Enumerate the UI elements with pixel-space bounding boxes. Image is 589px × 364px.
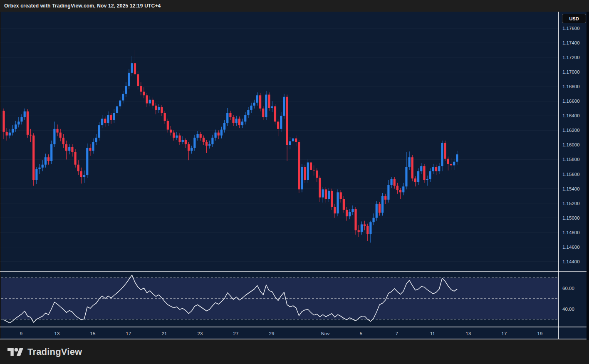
candle-down[interactable] bbox=[185, 140, 187, 144]
candle-up[interactable] bbox=[250, 106, 252, 110]
time-axis-label[interactable]: 29 bbox=[269, 331, 275, 336]
candle-up[interactable] bbox=[42, 165, 44, 168]
candle-up[interactable] bbox=[176, 136, 178, 138]
candle-down[interactable] bbox=[399, 190, 401, 192]
candle-up[interactable] bbox=[271, 106, 273, 108]
candle-down[interactable] bbox=[316, 171, 318, 178]
candle-down[interactable] bbox=[74, 152, 76, 165]
candle-down[interactable] bbox=[274, 106, 276, 122]
candle-up[interactable] bbox=[223, 123, 225, 130]
candle-down[interactable] bbox=[277, 121, 279, 129]
candle-up[interactable] bbox=[208, 144, 210, 146]
price-axis-label[interactable]: 1.14800 bbox=[562, 230, 580, 235]
candle-up[interactable] bbox=[211, 138, 213, 144]
candle-up[interactable] bbox=[158, 107, 160, 110]
candle-down[interactable] bbox=[262, 109, 264, 117]
candle-down[interactable] bbox=[173, 133, 175, 138]
candle-down[interactable] bbox=[80, 171, 82, 177]
candle-up[interactable] bbox=[426, 179, 428, 180]
candle-down[interactable] bbox=[134, 63, 136, 74]
candle-down[interactable] bbox=[229, 113, 231, 117]
candle-up[interactable] bbox=[122, 94, 124, 101]
candle-down[interactable] bbox=[146, 95, 148, 103]
price-axis-label[interactable]: 1.16800 bbox=[562, 84, 580, 89]
candle-down[interactable] bbox=[366, 226, 369, 234]
candle-up[interactable] bbox=[107, 115, 109, 123]
candle-up[interactable] bbox=[15, 124, 17, 129]
candle-down[interactable] bbox=[444, 143, 446, 159]
candle-up[interactable] bbox=[387, 185, 389, 200]
candle-down[interactable] bbox=[238, 119, 240, 125]
candle-down[interactable] bbox=[137, 74, 139, 86]
candle-up[interactable] bbox=[182, 140, 184, 142]
candle-up[interactable] bbox=[376, 204, 378, 218]
candle-down[interactable] bbox=[340, 192, 342, 199]
price-axis-label[interactable]: 1.15800 bbox=[562, 157, 580, 162]
candle-up[interactable] bbox=[456, 154, 458, 162]
candle-up[interactable] bbox=[191, 148, 193, 151]
price-axis-label[interactable]: 1.17600 bbox=[562, 26, 580, 31]
currency-chip[interactable]: USD bbox=[562, 14, 586, 23]
candle-down[interactable] bbox=[32, 136, 35, 180]
candle-up[interactable] bbox=[17, 121, 20, 124]
candle-down[interactable] bbox=[164, 113, 166, 121]
candle-up[interactable] bbox=[420, 166, 422, 171]
candle-up[interactable] bbox=[9, 133, 11, 136]
candle-down[interactable] bbox=[298, 142, 300, 189]
candle-up[interactable] bbox=[125, 86, 127, 94]
price-axis-label[interactable]: 1.14400 bbox=[562, 259, 580, 264]
candle-down[interactable] bbox=[62, 138, 64, 144]
candle-up[interactable] bbox=[265, 94, 267, 117]
time-axis-label[interactable]: 19 bbox=[537, 331, 543, 336]
candle-up[interactable] bbox=[128, 73, 130, 86]
candle-down[interactable] bbox=[346, 210, 348, 216]
candle-down[interactable] bbox=[47, 157, 49, 161]
candle-up[interactable] bbox=[83, 175, 85, 177]
time-axis-label[interactable]: Nov bbox=[321, 331, 330, 336]
candle-up[interactable] bbox=[381, 196, 384, 213]
candle-down[interactable] bbox=[232, 117, 234, 123]
price-axis-label[interactable]: 1.15200 bbox=[562, 201, 580, 206]
candle-down[interactable] bbox=[77, 165, 79, 171]
candle-down[interactable] bbox=[218, 133, 220, 136]
price-axis-label[interactable]: 1.17200 bbox=[562, 55, 580, 60]
candle-up[interactable] bbox=[432, 167, 434, 171]
candle-up[interactable] bbox=[12, 129, 14, 133]
candle-up[interactable] bbox=[241, 121, 243, 125]
candle-up[interactable] bbox=[322, 189, 324, 197]
candle-down[interactable] bbox=[295, 139, 297, 142]
price-axis-label[interactable]: 1.15400 bbox=[562, 186, 580, 191]
candle-up[interactable] bbox=[20, 117, 22, 122]
candle-down[interactable] bbox=[104, 119, 106, 123]
price-axis-label[interactable]: 1.16600 bbox=[562, 99, 580, 104]
candle-up[interactable] bbox=[220, 130, 223, 136]
candle-up[interactable] bbox=[53, 129, 55, 144]
candle-down[interactable] bbox=[354, 209, 356, 230]
time-axis-label[interactable]: 27 bbox=[233, 331, 239, 336]
candle-down[interactable] bbox=[200, 134, 202, 138]
candle-up[interactable] bbox=[441, 143, 443, 166]
candle-down[interactable] bbox=[384, 196, 386, 200]
candle-down[interactable] bbox=[89, 148, 91, 151]
time-axis-label[interactable]: 9 bbox=[20, 331, 22, 336]
tradingview-logo[interactable]: TradingView bbox=[0, 346, 82, 358]
candle-down[interactable] bbox=[2, 111, 5, 132]
candle-down[interactable] bbox=[143, 92, 145, 95]
candle-down[interactable] bbox=[170, 130, 172, 133]
candle-up[interactable] bbox=[92, 142, 94, 151]
candle-up[interactable] bbox=[253, 103, 255, 106]
candle-up[interactable] bbox=[256, 95, 258, 103]
price-axis-label[interactable]: 1.16000 bbox=[562, 142, 580, 147]
candle-up[interactable] bbox=[119, 100, 121, 106]
time-axis-label[interactable]: 11 bbox=[430, 331, 435, 336]
candle-up[interactable] bbox=[247, 110, 249, 115]
candle-up[interactable] bbox=[68, 147, 70, 151]
candle-down[interactable] bbox=[319, 178, 321, 197]
candle-down[interactable] bbox=[325, 189, 327, 199]
candle-down[interactable] bbox=[364, 224, 366, 226]
price-axis-label[interactable]: 1.17400 bbox=[562, 40, 580, 45]
candle-up[interactable] bbox=[214, 133, 216, 138]
candle-up[interactable] bbox=[289, 141, 291, 145]
candle-down[interactable] bbox=[6, 132, 8, 136]
candle-down[interactable] bbox=[286, 97, 288, 145]
